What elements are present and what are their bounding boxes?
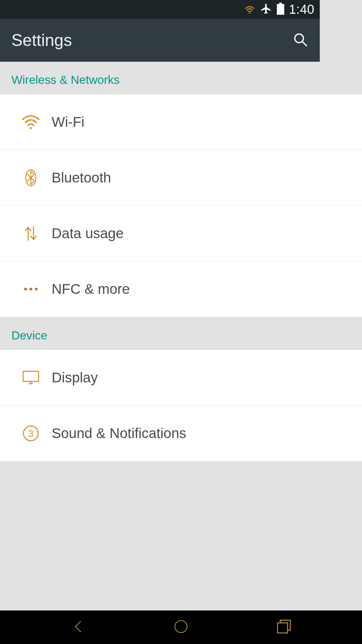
search-button[interactable]	[292, 32, 308, 48]
settings-content: Wireless & Networks Wi-Fi Bluetooth	[0, 62, 320, 568]
section-header-device: Device	[0, 317, 320, 350]
display-icon	[10, 370, 52, 385]
more-horizontal-icon	[10, 287, 52, 291]
data-usage-icon	[10, 225, 52, 242]
svg-rect-12	[23, 371, 39, 381]
svg-point-10	[29, 288, 32, 290]
search-icon	[293, 32, 308, 48]
bluetooth-icon	[10, 169, 52, 186]
row-sound-label: Sound & Notifications	[52, 425, 186, 441]
row-data-usage[interactable]: Data usage	[0, 206, 320, 261]
row-bluetooth[interactable]: Bluetooth	[0, 150, 320, 206]
wifi-icon	[10, 115, 52, 129]
svg-rect-2	[277, 4, 284, 15]
row-sound[interactable]: 3 Sound & Notifications	[0, 406, 320, 461]
status-time: 1:40	[289, 2, 314, 17]
row-wifi-label: Wi-Fi	[52, 114, 84, 130]
wifi-status-icon	[244, 5, 255, 14]
status-bar: 1:40	[0, 0, 320, 19]
row-display-label: Display	[52, 370, 98, 386]
svg-rect-1	[279, 3, 282, 4]
sound-icon: 3	[10, 425, 52, 442]
svg-point-0	[249, 12, 250, 14]
row-display[interactable]: Display	[0, 350, 320, 406]
row-wifi[interactable]: Wi-Fi	[0, 94, 320, 150]
section-list-wireless: Wi-Fi Bluetooth Data usage	[0, 94, 320, 317]
battery-icon	[277, 3, 284, 16]
row-bluetooth-label: Bluetooth	[52, 170, 111, 186]
svg-line-4	[302, 42, 307, 46]
svg-point-9	[24, 288, 27, 290]
svg-text:3: 3	[28, 428, 34, 439]
svg-point-11	[35, 288, 38, 290]
section-header-wireless: Wireless & Networks	[0, 62, 320, 94]
section-list-device: Display 3 Sound & Notifications	[0, 350, 320, 462]
row-nfc-more[interactable]: NFC & more	[0, 261, 320, 317]
airplane-mode-icon	[260, 3, 272, 16]
svg-point-5	[30, 127, 32, 129]
page-title: Settings	[11, 31, 72, 50]
app-bar: Settings	[0, 19, 320, 62]
row-data-usage-label: Data usage	[52, 225, 124, 241]
row-nfc-more-label: NFC & more	[52, 281, 130, 297]
